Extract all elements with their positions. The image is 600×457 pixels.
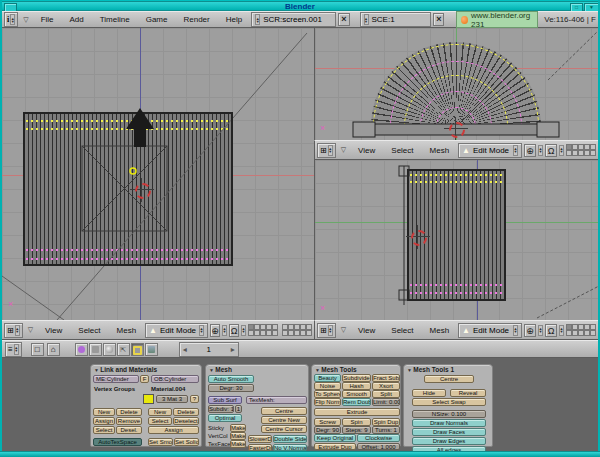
spin-dup-button[interactable]: Spin Dup (372, 418, 400, 426)
fake-user-button[interactable]: F (140, 375, 149, 383)
menu-view[interactable]: View (351, 146, 382, 155)
stepper[interactable]: ▲▼ (364, 14, 369, 25)
material-select-button[interactable]: Select (148, 417, 172, 425)
vgroup-deselect-button[interactable]: Desel. (116, 426, 142, 434)
menu-game[interactable]: Game (139, 15, 175, 24)
menu-add[interactable]: Add (63, 15, 91, 24)
frame-number-field[interactable]: ◂ 1 ▸ (179, 342, 239, 357)
stepper[interactable]: ▲▼ (538, 325, 543, 336)
menu-render[interactable]: Render (176, 15, 216, 24)
layer-buttons[interactable] (566, 144, 596, 156)
panel-mesh-tools[interactable]: ▼ Mesh Tools Beauty Subdivide Fract Subd… (311, 364, 401, 447)
hash-button[interactable]: Hash (342, 382, 371, 390)
centre-new-button[interactable]: Centre New (261, 416, 307, 424)
extrude-button[interactable]: Extrude (314, 408, 400, 416)
rotation-pivot-icon[interactable]: Ω (545, 324, 557, 337)
draw-mode-globe-icon[interactable]: ⊕ (524, 324, 536, 337)
frame-next-icon[interactable]: ▸ (231, 345, 235, 354)
menu-view[interactable]: View (38, 326, 69, 335)
material-assign-button[interactable]: Assign (148, 426, 199, 434)
draw-mode-globe-icon[interactable]: ⊕ (524, 144, 536, 157)
hide-button[interactable]: Hide (412, 389, 446, 397)
draw-mode-globe-icon[interactable]: ⊕ (210, 324, 220, 337)
menu-select[interactable]: Select (71, 326, 107, 335)
stepper[interactable]: ▲▼ (559, 145, 564, 156)
stepper[interactable]: ▲▼ (513, 325, 518, 336)
panels-icon[interactable]: □ (31, 343, 44, 356)
layer-buttons[interactable] (282, 324, 312, 336)
menu-help[interactable]: Help (219, 15, 249, 24)
keep-original-toggle[interactable]: Keep Original (314, 434, 356, 442)
stepper[interactable]: ▲▼ (538, 145, 543, 156)
stepper[interactable]: ▲▼ (328, 325, 333, 336)
menu-timeline[interactable]: Timeline (93, 15, 137, 24)
draw-faces-toggle[interactable]: Draw Faces (412, 428, 486, 436)
no-vnormal-flip-toggle[interactable]: No V.Normal Flip (273, 444, 307, 451)
reveal-button[interactable]: Reveal (450, 389, 486, 397)
centre-cursor-button[interactable]: Centre Cursor (261, 425, 307, 433)
texface-make-button[interactable]: Make (230, 440, 246, 448)
split-button[interactable]: Split (372, 390, 400, 398)
stepper[interactable]: ▲▼ (559, 325, 564, 336)
beauty-toggle[interactable]: Beauty (314, 374, 341, 382)
script-context-icon[interactable] (89, 343, 102, 356)
viewport-front[interactable]: × (2, 28, 314, 320)
extrude-dup-button[interactable]: Extrude Dup (314, 443, 356, 450)
vertcol-make-button[interactable]: Make (230, 432, 246, 440)
viewport-side[interactable]: × (314, 160, 598, 320)
faster-draw-button[interactable]: FasterDraw (248, 444, 272, 451)
viewport-top[interactable]: × (314, 28, 598, 140)
logic-context-icon[interactable] (75, 343, 88, 356)
panel-link-and-materials[interactable]: ▼ Link and Materials ME:Cylinder F OB:Cy… (90, 364, 202, 447)
menu-mesh[interactable]: Mesh (423, 146, 457, 155)
set-solid-button[interactable]: Set Solid (174, 438, 199, 446)
material-new-button[interactable]: New (148, 408, 172, 416)
stepper[interactable]: ▲▼ (199, 325, 204, 336)
offset-field[interactable]: Offset: 1.000 (357, 443, 400, 450)
editor-type-selector[interactable]: ⊞ ▲▼ (317, 143, 336, 158)
scene-browser[interactable]: ▲▼ SCE:1 (360, 12, 432, 27)
3d-cursor[interactable] (448, 121, 464, 137)
editing-context-icon[interactable] (131, 343, 144, 356)
spin-button[interactable]: Spin (342, 418, 371, 426)
menu-view[interactable]: View (351, 326, 382, 335)
screw-button[interactable]: Screw (314, 418, 341, 426)
autotexspace-toggle[interactable]: AutoTexSpace (93, 438, 142, 446)
turns-field[interactable]: Turns: 1 (372, 426, 400, 434)
scene-context-icon[interactable] (145, 343, 158, 356)
menu-mesh[interactable]: Mesh (110, 326, 144, 335)
stepper[interactable]: ▲▼ (241, 325, 246, 336)
vgroup-delete-button[interactable]: Delete (116, 408, 142, 416)
shading-context-icon[interactable] (103, 343, 116, 356)
stepper[interactable]: ▲▼ (255, 14, 260, 25)
nsize-field[interactable]: NSize: 0.100 (412, 410, 486, 418)
mesh-name-field[interactable]: ME:Cylinder (93, 375, 139, 383)
subdiv-render-field[interactable]: 1 (235, 405, 242, 413)
rem-doubles-button[interactable]: Rem Doubles (342, 398, 371, 406)
stepper[interactable]: ▲▼ (222, 325, 227, 336)
subdivide-button[interactable]: Subdivide (342, 374, 371, 382)
screen-name-field[interactable]: SCR:screen.001 (263, 15, 322, 24)
material-color-swatch[interactable] (143, 394, 154, 404)
material-deselect-button[interactable]: Deselect (173, 417, 199, 425)
auto-smooth-toggle[interactable]: Auto Smooth (208, 375, 254, 383)
vgroup-new-button[interactable]: New (93, 408, 115, 416)
object-context-icon[interactable]: ⇱ (117, 343, 130, 356)
panel-mesh-tools-1[interactable]: ▼ Mesh Tools 1 Centre Hide Reveal Select… (403, 364, 493, 447)
vgroup-assign-button[interactable]: Assign (93, 417, 115, 425)
object-name-field[interactable]: OB:Cylinder (151, 375, 199, 383)
menu-file[interactable]: File (34, 15, 61, 24)
flip-normals-button[interactable]: Flip Normals (314, 398, 341, 406)
3d-cursor[interactable] (410, 229, 426, 245)
degr90-field[interactable]: Degr: 90 (314, 426, 341, 434)
select-swap-button[interactable]: Select Swap (412, 398, 486, 406)
stepper[interactable]: ▲▼ (15, 325, 20, 336)
draw-edges-toggle[interactable]: Draw Edges (412, 437, 486, 445)
steps-field[interactable]: Steps: 9 (342, 426, 371, 434)
home-icon[interactable]: ⌂ (47, 343, 60, 356)
stepper[interactable]: ▲▼ (513, 145, 518, 156)
3d-cursor[interactable] (134, 182, 150, 198)
menu-select[interactable]: Select (384, 326, 420, 335)
editor-type-selector[interactable]: ⊞ ▲▼ (317, 323, 336, 338)
panel-mesh[interactable]: ▼ Mesh Auto Smooth Degr: 30 Sub Surf Tex… (205, 364, 309, 447)
